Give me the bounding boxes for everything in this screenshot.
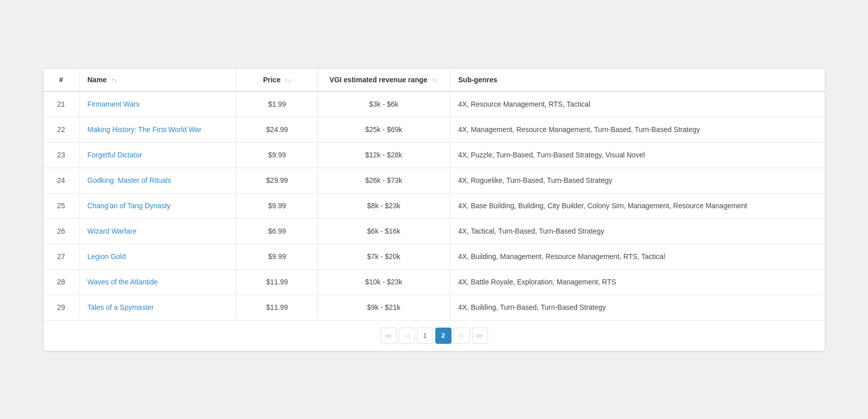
cell-num: 29 (44, 295, 79, 320)
cell-price: $1.99 (237, 91, 318, 117)
cell-revenue: $8k - $23k (318, 193, 450, 218)
cell-price: $11.99 (237, 269, 318, 295)
cell-revenue: $7k - $20k (318, 244, 450, 269)
cell-price: $11.99 (237, 295, 318, 320)
cell-price: $9.99 (237, 142, 318, 168)
cell-price: $9.99 (237, 193, 318, 218)
table-row: 25Chang'an of Tang Dynasty$9.99$8k - $23… (44, 193, 825, 218)
cell-name[interactable]: Firmament Wars (79, 91, 237, 117)
table-row: 27Legion Gold$9.99$7k - $20k4X, Building… (44, 244, 825, 269)
cell-name[interactable]: Making History: The First World War (79, 117, 237, 142)
cell-price: $24.99 (237, 117, 318, 142)
cell-num: 26 (44, 218, 79, 244)
cell-revenue: $3k - $6k (318, 91, 450, 117)
cell-num: 23 (44, 142, 79, 168)
pagination-next-button[interactable]: ▷ (454, 328, 470, 344)
cell-num: 25 (44, 193, 79, 218)
pagination-first-button[interactable]: ⏮ (380, 328, 397, 344)
col-header-revenue[interactable]: VGI estimated revenue range ↑↓ (318, 69, 450, 91)
price-sort-icon: ↑↓ (285, 77, 291, 84)
cell-name[interactable]: Waves of the Atlantide (79, 269, 237, 295)
pagination-page-1[interactable]: 1 (417, 328, 433, 344)
col-header-price[interactable]: Price ↑↓ (237, 69, 318, 91)
revenue-sort-icon: ↑↓ (432, 77, 438, 84)
cell-revenue: $9k - $21k (318, 295, 450, 320)
col-header-subgenres: Sub-genres (450, 69, 825, 91)
cell-price: $9.99 (237, 244, 318, 269)
cell-subgenres: 4X, Resource Management, RTS, Tactical (450, 91, 825, 117)
pagination-page-2[interactable]: 2 (435, 328, 452, 344)
cell-num: 28 (44, 269, 79, 295)
cell-name[interactable]: Wizard Warfare (79, 218, 237, 244)
col-header-name[interactable]: Name ↑↓ (79, 69, 237, 91)
name-sort-icon: ↑↓ (111, 77, 117, 84)
cell-revenue: $25k - $69k (318, 117, 450, 142)
table-row: 29Tales of a Spymaster$11.99$9k - $21k4X… (44, 295, 825, 320)
pagination: ⏮ ◁ 1 2 ▷ ⏭ (44, 320, 825, 351)
game-table-container: # Name ↑↓ Price ↑↓ VGI estimated revenue… (43, 68, 825, 351)
cell-subgenres: 4X, Puzzle, Turn-Based, Turn-Based Strat… (450, 142, 825, 168)
cell-subgenres: 4X, Building, Turn-Based, Turn-Based Str… (450, 295, 825, 320)
table-row: 21Firmament Wars$1.99$3k - $6k4X, Resour… (44, 91, 825, 117)
cell-revenue: $6k - $16k (318, 218, 450, 244)
cell-revenue: $12k - $28k (318, 142, 450, 168)
cell-subgenres: 4X, Building, Management, Resource Manag… (450, 244, 825, 269)
cell-revenue: $10k - $23k (318, 269, 450, 295)
cell-num: 24 (44, 168, 79, 193)
cell-name[interactable]: Chang'an of Tang Dynasty (79, 193, 237, 218)
cell-subgenres: 4X, Roguelike, Turn-Based, Turn-Based St… (450, 168, 825, 193)
table-header-row: # Name ↑↓ Price ↑↓ VGI estimated revenue… (44, 69, 825, 91)
cell-revenue: $26k - $73k (318, 168, 450, 193)
table-row: 26Wizard Warfare$6.99$6k - $16k4X, Tacti… (44, 218, 825, 244)
table-body: 21Firmament Wars$1.99$3k - $6k4X, Resour… (44, 91, 825, 320)
cell-num: 21 (44, 91, 79, 117)
pagination-prev-button[interactable]: ◁ (399, 328, 415, 344)
cell-name[interactable]: Godking: Master of Rituals (79, 168, 237, 193)
cell-subgenres: 4X, Battle Royale, Exploration, Manageme… (450, 269, 825, 295)
cell-price: $6.99 (237, 218, 318, 244)
cell-num: 22 (44, 117, 79, 142)
table-row: 23Forgetful Dictator$9.99$12k - $28k4X, … (44, 142, 825, 168)
game-table: # Name ↑↓ Price ↑↓ VGI estimated revenue… (44, 69, 825, 320)
cell-subgenres: 4X, Tactical, Turn-Based, Turn-Based Str… (450, 218, 825, 244)
cell-name[interactable]: Tales of a Spymaster (79, 295, 237, 320)
table-row: 28Waves of the Atlantide$11.99$10k - $23… (44, 269, 825, 295)
cell-name[interactable]: Forgetful Dictator (79, 142, 237, 168)
table-row: 24Godking: Master of Rituals$29.99$26k -… (44, 168, 825, 193)
cell-subgenres: 4X, Management, Resource Management, Tur… (450, 117, 825, 142)
cell-price: $29.99 (237, 168, 318, 193)
pagination-last-button[interactable]: ⏭ (472, 328, 488, 344)
cell-subgenres: 4X, Base Building, Building, City Builde… (450, 193, 825, 218)
cell-num: 27 (44, 244, 79, 269)
table-row: 22Making History: The First World War$24… (44, 117, 825, 142)
cell-name[interactable]: Legion Gold (79, 244, 237, 269)
col-header-num: # (44, 69, 79, 91)
